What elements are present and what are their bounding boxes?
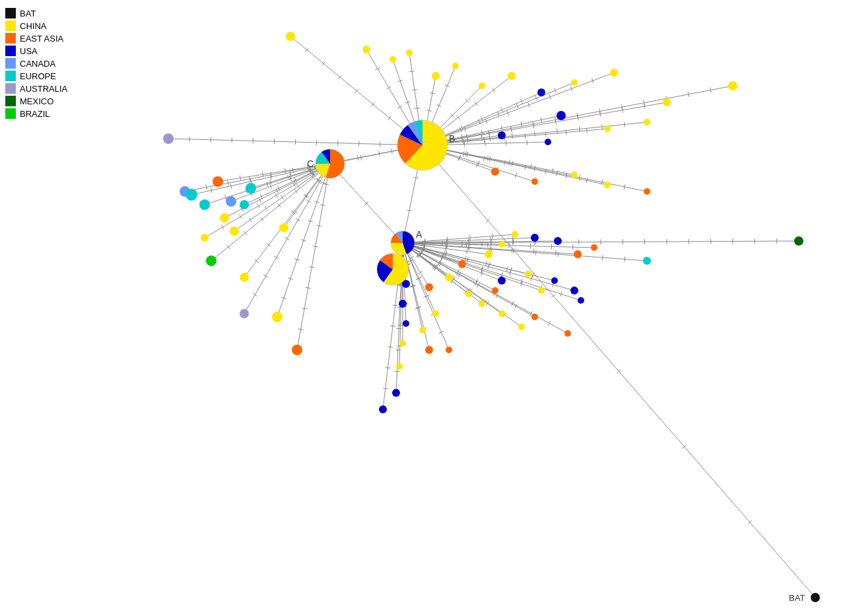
legend-label: USA [20,46,38,56]
legend-label: AUSTRALIA [20,84,67,94]
network-graph [0,0,845,616]
legend-item: MEXICO [5,96,67,106]
legend-item: CANADA [5,58,67,69]
legend: BATCHINAEAST ASIAUSACANADAEUROPEAUSTRALI… [5,5,67,121]
legend-item: BRAZIL [5,108,67,119]
legend-label: CANADA [20,59,55,69]
legend-item: CHINA [5,20,67,31]
legend-swatch [5,20,16,31]
legend-swatch [5,58,16,69]
legend-item: AUSTRALIA [5,83,67,94]
legend-label: EAST ASIA [20,34,63,44]
legend-swatch [5,96,16,106]
legend-swatch [5,33,16,44]
legend-swatch [5,108,16,119]
legend-item: USA [5,46,67,56]
legend-label: BRAZIL [20,109,50,119]
legend-swatch [5,83,16,94]
legend-swatch [5,71,16,81]
legend-item: BAT [5,8,67,18]
legend-label: MEXICO [20,96,53,106]
legend-swatch [5,8,16,18]
legend-swatch [5,46,16,56]
legend-item: EAST ASIA [5,33,67,44]
legend-label: CHINA [20,21,46,31]
legend-label: BAT [20,9,36,18]
legend-label: EUROPE [20,71,56,81]
legend-item: EUROPE [5,71,67,81]
